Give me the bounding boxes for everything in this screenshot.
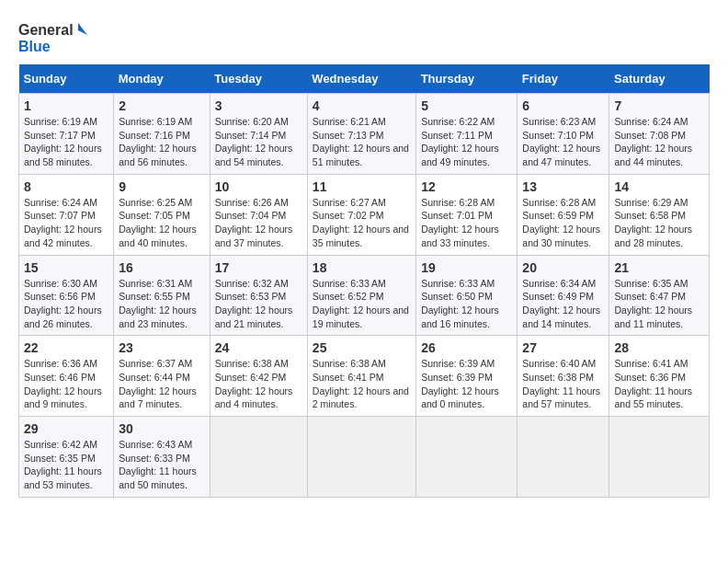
day-cell-20: 20 Sunrise: 6:34 AMSunset: 6:49 PMDaylig… xyxy=(518,255,609,336)
day-number: 12 xyxy=(421,179,512,194)
weekday-header-sunday: Sunday xyxy=(19,64,114,94)
day-number: 27 xyxy=(522,340,604,355)
logo: GeneralBlue xyxy=(18,18,92,55)
day-number: 17 xyxy=(215,260,302,275)
day-info: Sunrise: 6:19 AMSunset: 7:17 PMDaylight:… xyxy=(24,115,108,169)
day-cell-4: 4 Sunrise: 6:21 AMSunset: 7:13 PMDayligh… xyxy=(307,94,415,175)
day-cell-2: 2 Sunrise: 6:19 AMSunset: 7:16 PMDayligh… xyxy=(114,94,210,175)
day-cell-19: 19 Sunrise: 6:33 AMSunset: 6:50 PMDaylig… xyxy=(416,255,518,336)
day-cell-8: 8 Sunrise: 6:24 AMSunset: 7:07 PMDayligh… xyxy=(19,174,114,255)
day-info: Sunrise: 6:21 AMSunset: 7:13 PMDaylight:… xyxy=(313,115,411,169)
day-info: Sunrise: 6:20 AMSunset: 7:14 PMDaylight:… xyxy=(215,115,302,169)
day-info: Sunrise: 6:35 AMSunset: 6:47 PMDaylight:… xyxy=(614,277,704,331)
empty-cell xyxy=(416,417,518,498)
day-info: Sunrise: 6:36 AMSunset: 6:46 PMDaylight:… xyxy=(24,357,108,411)
day-number: 22 xyxy=(24,340,108,355)
calendar-table: SundayMondayTuesdayWednesdayThursdayFrid… xyxy=(18,64,710,498)
day-number: 11 xyxy=(313,179,411,194)
day-number: 1 xyxy=(24,98,108,113)
day-number: 14 xyxy=(614,179,704,194)
day-cell-29: 29 Sunrise: 6:42 AMSunset: 6:35 PMDaylig… xyxy=(19,417,114,498)
day-cell-15: 15 Sunrise: 6:30 AMSunset: 6:56 PMDaylig… xyxy=(19,255,114,336)
day-number: 21 xyxy=(614,260,704,275)
day-number: 26 xyxy=(421,340,512,355)
day-info: Sunrise: 6:25 AMSunset: 7:05 PMDaylight:… xyxy=(119,196,205,250)
weekday-header-monday: Monday xyxy=(114,64,210,94)
day-cell-27: 27 Sunrise: 6:40 AMSunset: 6:38 PMDaylig… xyxy=(518,336,609,417)
day-number: 6 xyxy=(522,98,604,113)
empty-cell xyxy=(518,417,609,498)
day-cell-21: 21 Sunrise: 6:35 AMSunset: 6:47 PMDaylig… xyxy=(609,255,710,336)
day-number: 7 xyxy=(614,98,704,113)
day-cell-5: 5 Sunrise: 6:22 AMSunset: 7:11 PMDayligh… xyxy=(416,94,518,175)
day-info: Sunrise: 6:19 AMSunset: 7:16 PMDaylight:… xyxy=(119,115,205,169)
day-cell-17: 17 Sunrise: 6:32 AMSunset: 6:53 PMDaylig… xyxy=(210,255,307,336)
day-info: Sunrise: 6:38 AMSunset: 6:42 PMDaylight:… xyxy=(215,357,302,411)
day-number: 9 xyxy=(119,179,205,194)
day-info: Sunrise: 6:24 AMSunset: 7:07 PMDaylight:… xyxy=(24,196,108,250)
day-info: Sunrise: 6:31 AMSunset: 6:55 PMDaylight:… xyxy=(119,277,205,331)
svg-marker-2 xyxy=(78,23,87,35)
day-number: 13 xyxy=(522,179,604,194)
day-number: 5 xyxy=(421,98,512,113)
day-number: 8 xyxy=(24,179,108,194)
day-number: 23 xyxy=(119,340,205,355)
day-cell-16: 16 Sunrise: 6:31 AMSunset: 6:55 PMDaylig… xyxy=(114,255,210,336)
weekday-header-saturday: Saturday xyxy=(609,64,710,94)
day-info: Sunrise: 6:41 AMSunset: 6:36 PMDaylight:… xyxy=(614,357,704,411)
day-info: Sunrise: 6:27 AMSunset: 7:02 PMDaylight:… xyxy=(313,196,411,250)
weekday-header-friday: Friday xyxy=(518,64,609,94)
day-number: 25 xyxy=(313,340,411,355)
day-number: 16 xyxy=(119,260,205,275)
day-number: 28 xyxy=(614,340,704,355)
day-cell-9: 9 Sunrise: 6:25 AMSunset: 7:05 PMDayligh… xyxy=(114,174,210,255)
day-cell-6: 6 Sunrise: 6:23 AMSunset: 7:10 PMDayligh… xyxy=(518,94,609,175)
svg-text:Blue: Blue xyxy=(18,39,51,54)
page-header: GeneralBlue xyxy=(18,18,710,55)
day-cell-25: 25 Sunrise: 6:38 AMSunset: 6:41 PMDaylig… xyxy=(307,336,415,417)
weekday-header-wednesday: Wednesday xyxy=(307,64,415,94)
day-info: Sunrise: 6:23 AMSunset: 7:10 PMDaylight:… xyxy=(522,115,604,169)
day-cell-11: 11 Sunrise: 6:27 AMSunset: 7:02 PMDaylig… xyxy=(307,174,415,255)
day-info: Sunrise: 6:37 AMSunset: 6:44 PMDaylight:… xyxy=(119,357,205,411)
day-cell-28: 28 Sunrise: 6:41 AMSunset: 6:36 PMDaylig… xyxy=(609,336,710,417)
empty-cell xyxy=(609,417,710,498)
day-info: Sunrise: 6:28 AMSunset: 7:01 PMDaylight:… xyxy=(421,196,512,250)
day-cell-30: 30 Sunrise: 6:43 AMSunset: 6:33 PMDaylig… xyxy=(114,417,210,498)
day-cell-3: 3 Sunrise: 6:20 AMSunset: 7:14 PMDayligh… xyxy=(210,94,307,175)
day-number: 24 xyxy=(215,340,302,355)
day-cell-7: 7 Sunrise: 6:24 AMSunset: 7:08 PMDayligh… xyxy=(609,94,710,175)
day-info: Sunrise: 6:26 AMSunset: 7:04 PMDaylight:… xyxy=(215,196,302,250)
day-number: 10 xyxy=(215,179,302,194)
svg-text:General: General xyxy=(18,22,74,38)
day-cell-13: 13 Sunrise: 6:28 AMSunset: 6:59 PMDaylig… xyxy=(518,174,609,255)
day-cell-18: 18 Sunrise: 6:33 AMSunset: 6:52 PMDaylig… xyxy=(307,255,415,336)
empty-cell xyxy=(307,417,415,498)
day-info: Sunrise: 6:28 AMSunset: 6:59 PMDaylight:… xyxy=(522,196,604,250)
day-info: Sunrise: 6:43 AMSunset: 6:33 PMDaylight:… xyxy=(119,438,205,492)
day-number: 19 xyxy=(421,260,512,275)
day-cell-14: 14 Sunrise: 6:29 AMSunset: 6:58 PMDaylig… xyxy=(609,174,710,255)
day-cell-23: 23 Sunrise: 6:37 AMSunset: 6:44 PMDaylig… xyxy=(114,336,210,417)
day-cell-24: 24 Sunrise: 6:38 AMSunset: 6:42 PMDaylig… xyxy=(210,336,307,417)
weekday-header-tuesday: Tuesday xyxy=(210,64,307,94)
day-info: Sunrise: 6:42 AMSunset: 6:35 PMDaylight:… xyxy=(24,438,108,492)
day-info: Sunrise: 6:33 AMSunset: 6:52 PMDaylight:… xyxy=(313,277,411,331)
day-info: Sunrise: 6:30 AMSunset: 6:56 PMDaylight:… xyxy=(24,277,108,331)
day-cell-1: 1 Sunrise: 6:19 AMSunset: 7:17 PMDayligh… xyxy=(19,94,114,175)
day-number: 29 xyxy=(24,421,108,436)
day-number: 2 xyxy=(119,98,205,113)
day-cell-22: 22 Sunrise: 6:36 AMSunset: 6:46 PMDaylig… xyxy=(19,336,114,417)
day-number: 15 xyxy=(24,260,108,275)
day-info: Sunrise: 6:32 AMSunset: 6:53 PMDaylight:… xyxy=(215,277,302,331)
day-number: 4 xyxy=(313,98,411,113)
day-number: 3 xyxy=(215,98,302,113)
day-cell-26: 26 Sunrise: 6:39 AMSunset: 6:39 PMDaylig… xyxy=(416,336,518,417)
day-info: Sunrise: 6:29 AMSunset: 6:58 PMDaylight:… xyxy=(614,196,704,250)
day-number: 20 xyxy=(522,260,604,275)
day-info: Sunrise: 6:22 AMSunset: 7:11 PMDaylight:… xyxy=(421,115,512,169)
day-number: 18 xyxy=(313,260,411,275)
logo-icon: GeneralBlue xyxy=(18,18,92,55)
day-info: Sunrise: 6:39 AMSunset: 6:39 PMDaylight:… xyxy=(421,357,512,411)
day-info: Sunrise: 6:38 AMSunset: 6:41 PMDaylight:… xyxy=(313,357,411,411)
